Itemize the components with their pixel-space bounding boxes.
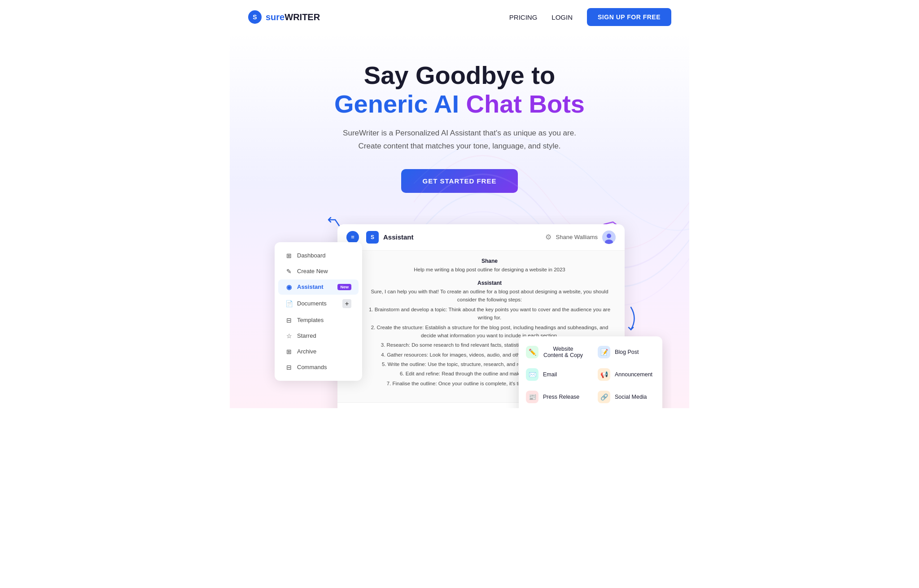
template-item-announcement[interactable]: 📢 Announcement [591, 363, 662, 386]
mockup-area: ⊞ Dashboard ✎ Create New ◉ Assistant New… [248, 215, 671, 408]
pricing-link[interactable]: PRICING [509, 13, 538, 21]
website-copy-icon: ✏️ [526, 346, 538, 358]
blog-post-icon: 📝 [598, 346, 610, 358]
chat-header: ≡ S Assistant ⚙ Shane Walliams [337, 224, 625, 251]
sidebar-item-create-new[interactable]: ✎ Create New [278, 264, 359, 279]
documents-icon: 📄 [285, 300, 293, 307]
template-item-press-release[interactable]: 📰 Press Release [519, 386, 591, 408]
sidebar-item-commands[interactable]: ⊟ Commands [278, 360, 359, 375]
template-label: Email [543, 371, 557, 378]
user-name: Shane Walliams [556, 234, 598, 240]
template-label: Social Media [615, 394, 647, 400]
archive-icon: ⊞ [285, 348, 293, 355]
press-release-icon: 📰 [526, 391, 538, 403]
svg-text:S: S [253, 13, 257, 21]
chat-title: Assistant [383, 233, 414, 241]
announcement-icon: 📢 [598, 368, 610, 381]
sidebar-item-assistant[interactable]: ◉ Assistant New [278, 279, 359, 295]
get-started-button[interactable]: GET STARTED FREE [401, 169, 518, 193]
templates-dropdown: ✏️ Website Content & Copy 📝 Blog Post ✉️… [519, 336, 662, 408]
settings-icon[interactable]: ⚙ [545, 233, 551, 241]
sidebar-item-label: Archive [297, 348, 316, 355]
hero-title: Say Goodbye to Generic AI Chat Bots [248, 61, 671, 119]
template-label: Website Content & Copy [543, 346, 583, 358]
hero-section: Say Goodbye to Generic AI Chat Bots Sure… [230, 34, 689, 408]
user-message-name: Shane [363, 258, 616, 264]
sidebar-item-label: Documents [297, 300, 327, 307]
sidebar-item-label: Starred [297, 332, 316, 339]
sidebar-panel: ⊞ Dashboard ✎ Create New ◉ Assistant New… [275, 242, 362, 381]
starred-icon: ☆ [285, 332, 293, 340]
logo-icon: S [248, 10, 262, 24]
chat-header-left: ≡ S Assistant [346, 231, 414, 244]
login-link[interactable]: LOGIN [551, 13, 573, 21]
template-item-email[interactable]: ✉️ Email [519, 363, 591, 386]
templates-icon: ⊟ [285, 317, 293, 324]
template-item-website[interactable]: ✏️ Website Content & Copy [519, 341, 591, 363]
sidebar-item-label: Create New [297, 268, 328, 274]
user-message-text: Help me writing a blog post outline for … [363, 266, 616, 274]
template-item-blog[interactable]: 📝 Blog Post [591, 341, 662, 363]
dashboard-icon: ⊞ [285, 252, 293, 259]
user-avatar [602, 231, 616, 244]
create-new-icon: ✎ [285, 268, 293, 275]
bot-message-name: Assistant [363, 280, 616, 286]
social-media-icon: 🔗 [598, 391, 610, 403]
sidebar-item-archive[interactable]: ⊞ Archive [278, 344, 359, 359]
navbar: S sureWRITER PRICING LOGIN SIGN UP FOR F… [230, 0, 689, 34]
hero-subtitle: SureWriter is a Personalized AI Assistan… [343, 127, 576, 153]
new-badge: New [337, 284, 351, 290]
sidebar-item-documents[interactable]: 📄 Documents + [278, 295, 359, 312]
sidebar-item-starred[interactable]: ☆ Starred [278, 328, 359, 344]
user-message-content: Shane Help me writing a blog post outlin… [363, 258, 616, 274]
sidebar-item-label: Assistant [297, 283, 324, 290]
sidebar-item-label: Templates [297, 317, 324, 323]
s-badge: S [366, 231, 379, 244]
signup-button[interactable]: SIGN UP FOR FREE [587, 8, 671, 26]
email-icon: ✉️ [526, 368, 538, 381]
template-label: Blog Post [615, 349, 639, 355]
chat-logo-icon: ≡ [346, 231, 359, 244]
sidebar-item-dashboard[interactable]: ⊞ Dashboard [278, 248, 359, 263]
user-message-row: Shane Help me writing a blog post outlin… [346, 258, 616, 274]
nav-links: PRICING LOGIN SIGN UP FOR FREE [509, 8, 671, 26]
commands-icon: ⊟ [285, 364, 293, 371]
sidebar-item-templates[interactable]: ⊟ Templates [278, 313, 359, 328]
sidebar-item-label: Commands [297, 364, 327, 370]
arrow-right-bottom-decoration [622, 305, 640, 332]
template-label: Press Release [543, 394, 579, 400]
sidebar-item-label: Dashboard [297, 252, 326, 259]
chat-header-right: ⚙ Shane Walliams [545, 231, 616, 244]
logo: S sureWRITER [248, 10, 320, 24]
template-item-social-media[interactable]: 🔗 Social Media [591, 386, 662, 408]
template-label: Announcement [615, 371, 652, 378]
logo-text: sureWRITER [266, 12, 320, 22]
assistant-icon: ◉ [285, 283, 293, 291]
svg-point-3 [607, 234, 611, 238]
cta-container: GET STARTED FREE [401, 169, 518, 193]
plus-badge[interactable]: + [342, 299, 351, 308]
